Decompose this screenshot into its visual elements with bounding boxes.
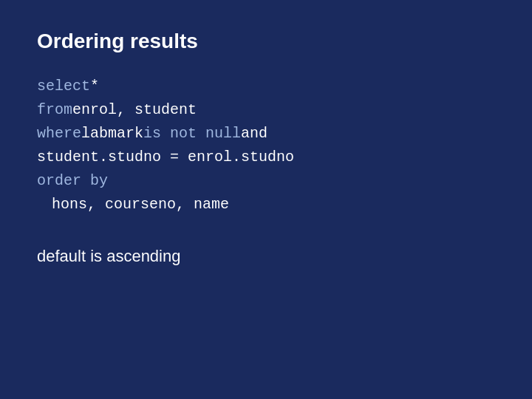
code-line-1: select * xyxy=(37,75,495,98)
code-text-1: * xyxy=(90,75,99,98)
code-text-3b: and xyxy=(241,123,267,145)
code-text-4: student.studno = enrol.studno xyxy=(37,146,294,168)
code-text-6: hons, courseno, name xyxy=(52,194,229,216)
code-line-2: from enrol, student xyxy=(37,99,495,121)
code-line-5: order by xyxy=(37,170,495,192)
page-container: Ordering results select * from enrol, st… xyxy=(0,0,532,399)
code-line-6: hons, courseno, name xyxy=(37,194,495,216)
prose-text: default is ascending xyxy=(37,247,495,266)
keyword-select: select xyxy=(37,75,90,98)
code-text-3a: labmark xyxy=(81,123,143,145)
code-line-4: student.studno = enrol.studno xyxy=(37,146,495,168)
keyword-is-not-null: is not null xyxy=(143,123,241,145)
page-title: Ordering results xyxy=(37,30,495,53)
code-block: select * from enrol, student where labma… xyxy=(37,75,495,217)
code-text-2: enrol, student xyxy=(72,99,197,121)
keyword-order-by: order by xyxy=(37,170,108,192)
keyword-where: where xyxy=(37,123,81,145)
keyword-from: from xyxy=(37,99,72,121)
code-line-3: where labmark is not null and xyxy=(37,123,495,145)
